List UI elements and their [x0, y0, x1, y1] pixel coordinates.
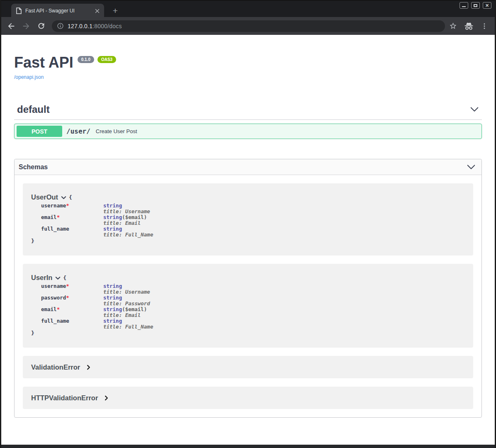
openapi-spec-link[interactable]: /openapi.json: [14, 74, 44, 80]
property-name: username*: [41, 203, 103, 214]
property-title: title: Email: [103, 312, 141, 318]
property-title: title: Full_Name: [103, 231, 153, 238]
schemas-heading: Schemas: [19, 163, 48, 171]
property-definition: string($email) title: Email: [103, 307, 147, 318]
schemas-body: UserOut { username* string title: Userna…: [15, 175, 481, 417]
chevron-right-icon[interactable]: [87, 365, 90, 370]
model-userin-title-row[interactable]: UserIn {: [31, 274, 465, 282]
property-definition: string title: Username: [103, 283, 150, 295]
property-name: full_name: [41, 318, 103, 330]
property-type: string: [103, 295, 122, 301]
model-userout: UserOut { username* string title: Userna…: [23, 183, 473, 256]
tag-name: default: [17, 104, 50, 115]
property-title: title: Full_Name: [103, 324, 153, 330]
model-name: UserOut: [31, 193, 58, 201]
browser-tab[interactable]: Fast API - Swagger UI: [11, 4, 104, 18]
property-title: title: Username: [103, 289, 150, 295]
chevron-right-icon[interactable]: [105, 395, 108, 401]
new-tab-button[interactable]: +: [110, 5, 121, 16]
property-type: string: [103, 283, 122, 289]
property-name: password*: [41, 295, 103, 307]
browser-titlebar: Fast API - Swagger UI + ✕: [1, 0, 495, 17]
chevron-down-icon[interactable]: [467, 164, 476, 170]
toolbar-right: [449, 22, 490, 31]
property-row: full_name string title: Full_Name: [41, 318, 465, 330]
property-type: string: [103, 214, 122, 220]
endpoint-path: /user/: [66, 127, 90, 135]
back-button[interactable]: [6, 21, 16, 31]
forward-button[interactable]: [21, 21, 31, 31]
required-star: *: [66, 283, 69, 289]
window-controls: ✕: [460, 2, 491, 9]
property-type: string: [103, 306, 122, 312]
property-definition: string title: Full_Name: [103, 226, 153, 238]
opblock-post-user[interactable]: POST /user/ Create User Post: [14, 124, 482, 139]
endpoint-summary: Create User Post: [96, 128, 137, 134]
property-type: string: [103, 226, 122, 232]
maximize-icon: [474, 4, 477, 7]
property-title: title: Username: [103, 208, 150, 214]
brace-close: }: [31, 330, 465, 336]
model-properties: username* string title: Username passwor…: [41, 283, 465, 330]
property-row: email* string($email) title: Email: [41, 214, 465, 226]
chevron-down-icon[interactable]: [470, 106, 479, 113]
window-close-button[interactable]: ✕: [483, 2, 491, 9]
tag-header[interactable]: default: [14, 104, 482, 115]
property-type: string: [103, 202, 122, 209]
required-star: *: [66, 295, 69, 301]
swagger-page: Fast API 0.1.0 OAS3 /openapi.json defaul…: [1, 35, 495, 445]
model-httpvalidationerror[interactable]: HTTPValidationError: [23, 387, 473, 409]
required-star: *: [66, 202, 69, 209]
chevron-down-icon[interactable]: [61, 196, 66, 200]
address-bar[interactable]: 127.0.0.1:8000/docs: [52, 20, 445, 32]
property-definition: string($email) title: Email: [103, 214, 147, 226]
close-icon: ✕: [485, 3, 489, 8]
model-userout-title-row[interactable]: UserOut {: [31, 193, 465, 201]
model-userin: UserIn { username* string title: Usernam…: [23, 264, 473, 348]
brace-open: {: [69, 194, 72, 200]
model-name: ValidationError: [31, 363, 80, 371]
window-minimize-button[interactable]: [460, 2, 468, 9]
brace-open: {: [63, 275, 66, 281]
property-type: string: [103, 318, 122, 324]
bookmark-star-icon[interactable]: [449, 22, 457, 30]
property-format: ($email): [122, 214, 147, 220]
model-name: HTTPValidationError: [31, 394, 98, 402]
window-bottom-border: [1, 445, 495, 448]
property-title: title: Password: [103, 300, 150, 307]
minimize-icon: [462, 6, 466, 7]
version-badge: 0.1.0: [78, 56, 94, 63]
property-format: ($email): [122, 306, 147, 312]
model-validationerror[interactable]: ValidationError: [23, 356, 473, 378]
api-title-row: Fast API 0.1.0 OAS3: [14, 54, 482, 71]
tag-section-default: default POST /user/ Create User Post: [14, 104, 482, 139]
property-name: email*: [41, 214, 103, 226]
property-definition: string title: Username: [103, 203, 150, 214]
schemas-header[interactable]: Schemas: [15, 159, 481, 175]
reload-button[interactable]: [36, 21, 46, 31]
property-name: email*: [41, 307, 103, 318]
api-title: Fast API: [14, 54, 73, 71]
oas3-badge: OAS3: [97, 56, 116, 63]
model-name: UserIn: [31, 274, 52, 282]
url-host: 127.0.0.1: [68, 23, 92, 29]
property-title: title: Email: [103, 220, 141, 226]
browser-menu-icon[interactable]: [481, 22, 488, 30]
property-row: password* string title: Password: [41, 295, 465, 307]
property-row: username* string title: Username: [41, 203, 465, 214]
schemas-section: Schemas UserOut {: [14, 159, 482, 418]
browser-toolbar: 127.0.0.1:8000/docs: [1, 17, 495, 35]
tag-divider: [14, 119, 482, 120]
tab-title: Fast API - Swagger UI: [25, 8, 93, 14]
api-badges: 0.1.0 OAS3: [78, 56, 116, 63]
url-text[interactable]: 127.0.0.1:8000/docs: [68, 23, 122, 29]
chevron-down-icon[interactable]: [55, 276, 61, 280]
page-favicon-icon: [16, 7, 22, 14]
tab-close-icon[interactable]: [93, 7, 101, 15]
site-info-icon[interactable]: [57, 22, 64, 29]
property-row: email* string($email) title: Email: [41, 307, 465, 318]
window-maximize-button[interactable]: [471, 2, 480, 9]
required-star: *: [57, 214, 60, 220]
required-star: *: [57, 306, 60, 312]
property-definition: string title: Full_Name: [103, 318, 153, 330]
